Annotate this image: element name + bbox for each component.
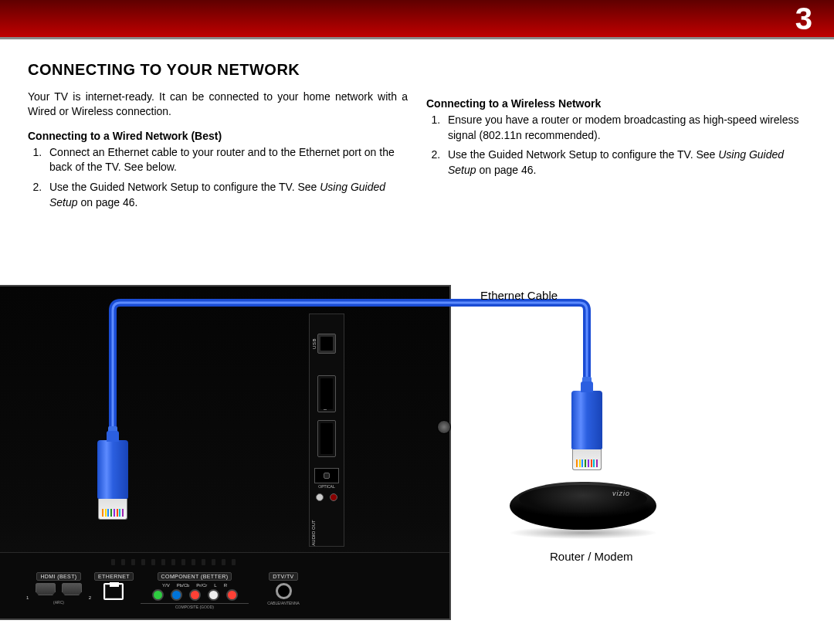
audio-out-jacks: [310, 493, 344, 501]
connection-diagram: USB HDMI (BEST) OPTICAL AUDIO OUT HDMI (…: [0, 258, 834, 644]
router-illustration: vizio: [510, 482, 656, 539]
comp-y-label: Y/V: [162, 583, 170, 588]
screw-hole-icon: [437, 420, 451, 434]
coax-label: CABLE/ANTENNA: [256, 601, 310, 605]
comp-r-label: R: [224, 583, 227, 588]
ethernet-group: ETHERNET: [94, 568, 133, 607]
tv-back-panel: USB HDMI (BEST) OPTICAL AUDIO OUT HDMI (…: [0, 285, 451, 620]
wireless-step-2: Use the Guided Network Setup to configur…: [443, 147, 806, 178]
dtv-label: DTV/TV: [269, 572, 297, 581]
header-bar: 3: [0, 0, 834, 39]
comp-l-label: L: [214, 583, 216, 588]
hdmi-2-label: 2: [89, 595, 91, 600]
intro-text: Your TV is internet-ready. It can be con…: [28, 90, 408, 119]
ethernet-cable-label: Ethernet Cable: [480, 289, 558, 302]
page-content: CONNECTING TO YOUR NETWORK Your TV is in…: [0, 39, 834, 229]
comp-pb-label: Pb/Cb: [177, 583, 190, 588]
wireless-step-1: Ensure you have a router or modem broadc…: [443, 113, 806, 143]
wired-heading: Connecting to a Wired Network (Best): [28, 130, 408, 142]
rca-blue-icon: [171, 589, 182, 601]
vertical-port-strip: USB HDMI (BEST) OPTICAL AUDIO OUT: [309, 314, 344, 547]
usb-label: USB: [312, 338, 317, 349]
ethernet-plug-router-icon: [571, 391, 602, 470]
rca-green-icon: [152, 589, 164, 601]
ethernet-port-icon: [103, 583, 124, 600]
bottom-port-strip: HDMI (BEST) 1 2 (ARC) ETHERNET COMPONENT…: [0, 552, 449, 619]
hdmi-arc-label: (ARC): [22, 600, 96, 605]
router-label: Router / Modem: [550, 550, 633, 563]
right-column: Connecting to a Wireless Network Ensure …: [426, 90, 806, 221]
optical-port: [314, 468, 339, 483]
wired-step-2: Use the Guided Network Setup to configur…: [45, 180, 408, 210]
page-number: 3: [795, 2, 812, 36]
component-label: COMPONENT (BETTER): [158, 572, 232, 581]
audio-out-label: AUDIO OUT: [311, 520, 316, 545]
coax-port-icon: [276, 583, 292, 599]
usb-port: USB: [317, 334, 336, 354]
component-group: COMPONENT (BETTER) Y/V Pb/Cb Pr/Cr L R C…: [141, 568, 249, 607]
hdmi-group: HDMI (BEST) 1 2 (ARC): [22, 568, 96, 607]
page-title: CONNECTING TO YOUR NETWORK: [28, 61, 806, 79]
rca-red1-icon: [189, 589, 201, 601]
hdmi-group-label: HDMI (BEST): [36, 572, 80, 581]
rca-red2-icon: [226, 589, 238, 601]
hdmi-port-4: [317, 420, 336, 457]
optical-label: OPTICAL: [310, 484, 344, 489]
hdmi-1-label: 1: [26, 595, 29, 600]
rca-white-icon: [208, 589, 219, 601]
hdmi-port-3: HDMI (BEST): [317, 375, 336, 412]
composite-label: COMPOSITE (GOOD): [141, 603, 249, 609]
hdmi-port-1: [36, 583, 56, 595]
wireless-steps: Ensure you have a router or modem broadc…: [426, 113, 806, 178]
left-column: Your TV is internet-ready. It can be con…: [28, 90, 408, 221]
dtv-group: DTV/TV CABLE/ANTENNA: [256, 568, 310, 607]
wired-step-1: Connect an Ethernet cable to your router…: [45, 145, 408, 175]
hdmi-port-2: [62, 583, 82, 595]
wireless-heading: Connecting to a Wireless Network: [426, 97, 806, 110]
audio-jack-r-icon: [330, 493, 337, 501]
router-logo-icon: vizio: [612, 490, 630, 497]
ethernet-plug-tv-icon: [97, 440, 128, 520]
vent-dots-icon: [108, 555, 434, 563]
ethernet-label: ETHERNET: [94, 572, 134, 581]
comp-pr-label: Pr/Cr: [196, 583, 207, 588]
audio-jack-l-icon: [316, 493, 324, 501]
wired-steps: Connect an Ethernet cable to your router…: [28, 145, 408, 210]
